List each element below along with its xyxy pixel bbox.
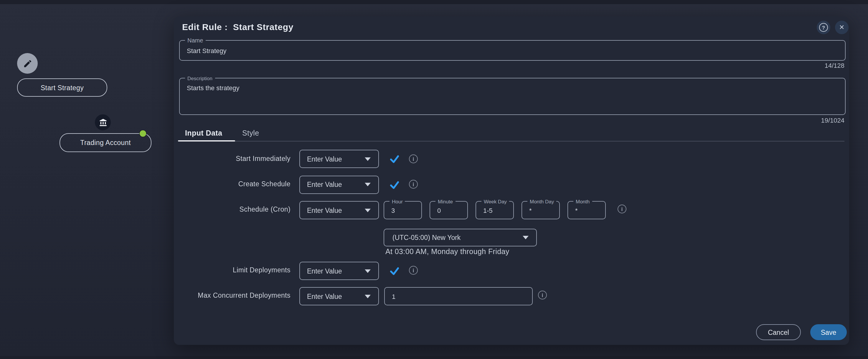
app-canvas: Start Strategy Trading Account Edit Rule… <box>0 0 868 359</box>
bank-icon <box>99 118 107 126</box>
help-icon: ? <box>819 23 828 32</box>
create-schedule-label: Create Schedule <box>179 180 290 187</box>
chevron-down-icon <box>365 295 371 298</box>
close-icon: ✕ <box>839 24 844 31</box>
cron-minute-field[interactable]: Minute 0 <box>430 201 468 219</box>
description-counter: 19/1024 <box>179 117 844 124</box>
check-icon <box>390 266 400 276</box>
chevron-down-icon <box>365 157 371 161</box>
cancel-button[interactable]: Cancel <box>756 324 801 340</box>
pencil-icon <box>23 59 32 68</box>
node-start-strategy[interactable]: Start Strategy <box>17 79 107 97</box>
info-icon[interactable]: i <box>538 291 547 299</box>
cron-weekday-value[interactable]: 1-5 <box>483 207 493 214</box>
close-button[interactable]: ✕ <box>835 21 848 34</box>
check-icon <box>390 180 400 190</box>
info-icon[interactable]: i <box>409 266 418 275</box>
timezone-value: (UTC-05:00) New York <box>393 234 523 241</box>
cron-month-field[interactable]: Month * <box>567 201 606 219</box>
max-concurrent-dropdown[interactable]: Enter Value <box>299 287 379 305</box>
cron-weekday-field[interactable]: Week Day 1-5 <box>475 201 514 219</box>
check-icon <box>390 154 400 164</box>
cron-hour-field[interactable]: Hour 3 <box>383 201 422 219</box>
chevron-down-icon <box>365 208 371 212</box>
schedule-cron-label: Schedule (Cron) <box>179 206 290 213</box>
name-field-value[interactable]: Start Strategy <box>187 47 226 54</box>
tab-input-data[interactable]: Input Data <box>185 129 222 137</box>
info-icon[interactable]: i <box>618 205 626 213</box>
limit-deployments-label: Limit Deployments <box>179 266 290 273</box>
name-field-label: Name <box>185 37 205 44</box>
max-concurrent-input[interactable]: 1 <box>384 287 533 305</box>
cron-monthday-field[interactable]: Month Day * <box>522 201 560 219</box>
start-node-icon-circle[interactable] <box>17 53 38 74</box>
status-dot <box>140 130 146 137</box>
max-concurrent-label: Max Concurrent Deployments <box>179 292 290 299</box>
node-trading-account[interactable]: Trading Account <box>60 133 151 152</box>
window-top-edge <box>0 0 868 4</box>
dropdown-value: Enter Value <box>307 293 365 300</box>
chevron-down-icon <box>523 236 529 239</box>
account-node-icon-circle[interactable] <box>95 114 111 130</box>
start-immediately-dropdown[interactable]: Enter Value <box>299 150 379 168</box>
cron-hour-label: Hour <box>390 198 405 204</box>
cron-monthday-value[interactable]: * <box>529 207 532 214</box>
cron-month-value[interactable]: * <box>575 207 578 214</box>
info-icon[interactable]: i <box>409 180 418 189</box>
cron-month-label: Month <box>574 198 592 204</box>
save-button[interactable]: Save <box>810 324 847 340</box>
schedule-cron-dropdown[interactable]: Enter Value <box>299 201 379 219</box>
cron-hour-value[interactable]: 3 <box>391 207 395 214</box>
node-trading-account-label: Trading Account <box>80 139 130 146</box>
start-immediately-label: Start Immediately <box>179 155 290 162</box>
dropdown-value: Enter Value <box>307 155 365 162</box>
cron-monthday-label: Month Day <box>527 198 556 204</box>
schedule-summary: At 03:00 AM, Monday through Friday <box>385 247 509 256</box>
window-bottom-edge <box>0 356 868 359</box>
dropdown-value: Enter Value <box>307 207 365 214</box>
create-schedule-dropdown[interactable]: Enter Value <box>299 175 379 193</box>
max-concurrent-value[interactable]: 1 <box>392 293 395 300</box>
chevron-down-icon <box>365 269 371 273</box>
tab-underline-track <box>235 141 844 142</box>
node-start-strategy-label: Start Strategy <box>41 84 84 91</box>
panel-title: Edit Rule : Start Strategy <box>182 22 293 32</box>
dropdown-value: Enter Value <box>307 267 365 274</box>
limit-deployments-dropdown[interactable]: Enter Value <box>299 262 379 280</box>
cron-minute-label: Minute <box>435 198 455 204</box>
description-field[interactable]: Description Starts the strategy <box>179 78 846 115</box>
chevron-down-icon <box>365 183 371 186</box>
name-counter: 14/128 <box>179 62 844 69</box>
description-field-value[interactable]: Starts the strategy <box>187 84 240 91</box>
info-icon[interactable]: i <box>409 154 418 163</box>
description-field-label: Description <box>185 75 215 81</box>
tab-underline-active <box>178 140 235 142</box>
cron-weekday-label: Week Day <box>482 198 509 204</box>
name-field[interactable]: Name Start Strategy <box>179 40 846 61</box>
help-button[interactable]: ? <box>817 21 830 34</box>
tab-style[interactable]: Style <box>242 129 259 137</box>
timezone-dropdown[interactable]: (UTC-05:00) New York <box>383 229 537 246</box>
cron-minute-value[interactable]: 0 <box>437 207 441 214</box>
dropdown-value: Enter Value <box>307 181 365 188</box>
